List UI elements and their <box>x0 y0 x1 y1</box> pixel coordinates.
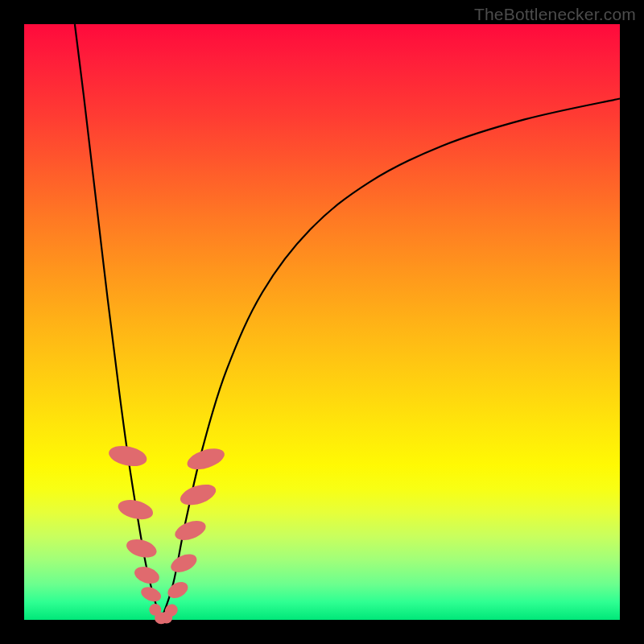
bead-1 <box>116 497 155 522</box>
bead-12 <box>178 481 218 509</box>
curve-right-branch <box>161 99 620 621</box>
bead-10 <box>168 551 200 576</box>
bead-0 <box>107 443 149 469</box>
chart-svg <box>24 24 620 620</box>
chart-frame: TheBottlenecker.com <box>0 0 644 644</box>
chart-plot-area <box>24 24 620 620</box>
bead-3 <box>132 564 161 586</box>
watermark-text: TheBottlenecker.com <box>474 5 636 24</box>
chart-curves <box>75 24 620 620</box>
bead-11 <box>172 517 208 543</box>
bead-13 <box>184 444 227 473</box>
curve-left-branch <box>75 24 161 620</box>
chart-beads <box>107 443 227 624</box>
